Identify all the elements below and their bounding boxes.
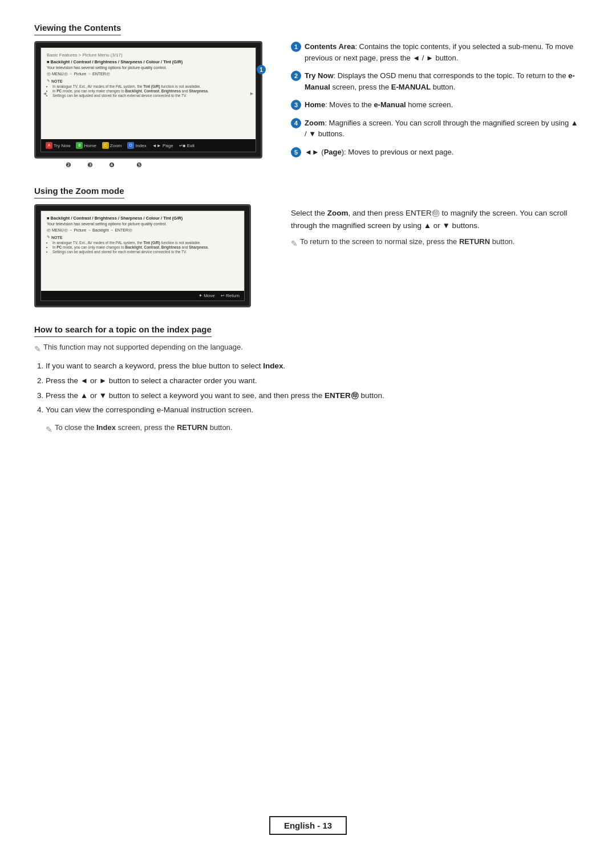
tv-note-item-3: Settings can be adjusted and stored for … xyxy=(52,94,250,98)
callout-num-5: 5 xyxy=(291,147,301,157)
tv-screen-viewing: 1 Basic Features > Picture Menu (3/17) ■… xyxy=(34,41,262,159)
zoom-left-col: ■ Backlight / Contrast / Brightness / Sh… xyxy=(34,204,274,307)
btn-zoom-label: Zoom xyxy=(110,143,121,148)
index-close-text: To close the Index screen, press the RET… xyxy=(55,422,232,434)
tv-menu-path: ㊞ MENU㊞ → Picture → ENTER㊞ xyxy=(47,71,250,77)
index-note-icon: ✎ xyxy=(34,343,41,355)
callout-num-3: 3 xyxy=(291,100,301,110)
index-step-2: Press the ◄ or ► button to select a char… xyxy=(46,375,582,387)
zoom-description: Select the Zoom, and then press ENTER㊞ t… xyxy=(291,207,582,232)
index-step-3: Press the ▲ or ▼ button to select a keyw… xyxy=(46,390,582,402)
callout-1: 1 Contents Area: Contains the topic cont… xyxy=(291,41,582,63)
zoom-section: Using the Zoom mode ■ Backlight / Contra… xyxy=(34,186,582,307)
btn-exit-label: ↵■ Exit xyxy=(179,143,194,148)
callout-badge-1: 1 xyxy=(257,65,266,74)
callout-4: 4 Zoom: Magnifies a screen. You can scro… xyxy=(291,117,582,140)
page-badge: English - 13 xyxy=(269,816,347,835)
btn-home-label: Home xyxy=(84,143,96,148)
viewing-layout: 1 Basic Features > Picture Menu (3/17) ■… xyxy=(34,41,582,169)
label-num-3: ❸ xyxy=(87,161,93,169)
zoom-title: Using the Zoom mode xyxy=(34,186,124,198)
tv-content-area: Basic Features > Picture Menu (3/17) ■ B… xyxy=(41,48,256,139)
zoom-right-col: Select the Zoom, and then press ENTER㊞ t… xyxy=(291,204,582,307)
btn-index: D Index xyxy=(127,142,147,149)
viewing-contents-section: Viewing the Contents 1 Basic Features > … xyxy=(34,23,582,169)
index-section: How to search for a topic on the index p… xyxy=(34,324,582,436)
label-num-2: ❷ xyxy=(66,161,71,169)
tv-wrapper-viewing: 1 Basic Features > Picture Menu (3/17) ■… xyxy=(34,41,262,169)
btn-zoom: C Zoom xyxy=(102,142,121,149)
callout-text-2: Try Now: Displays the OSD menu that corr… xyxy=(305,70,582,92)
tv-note-label-row: ✎ NOTE xyxy=(47,79,250,83)
callout-num-1: 1 xyxy=(291,42,301,52)
zoom-note-1: In analogue TV, Ext., AV modes of the PA… xyxy=(52,241,238,245)
index-steps-list: If you want to search a keyword, press t… xyxy=(34,360,582,416)
callout-text-3: Home: Moves to the e-Manual home screen. xyxy=(305,99,453,111)
btn-index-label: Index xyxy=(135,143,147,148)
viewing-title: Viewing the Contents xyxy=(34,23,121,35)
tv-note-label: NOTE xyxy=(51,79,62,83)
btn-page: ◄► Page xyxy=(152,143,173,148)
btn-red-a: A xyxy=(46,142,52,149)
btn-try-now: A Try Now xyxy=(46,142,70,149)
btn-try-now-label: Try Now xyxy=(54,143,70,148)
index-step-4: You can view the corresponding e-Manual … xyxy=(46,404,582,416)
tv-notes-list: In analogue TV, Ext., AV modes of the PA… xyxy=(47,84,250,98)
label-num-4: ❹ xyxy=(109,161,115,169)
viewing-left-col: 1 Basic Features > Picture Menu (3/17) ■… xyxy=(34,41,274,169)
btn-page-label: ◄► Page xyxy=(152,143,173,148)
callout-num-2: 2 xyxy=(291,71,301,81)
btn-blue-d: D xyxy=(127,142,134,149)
page-footer: English - 13 xyxy=(0,816,616,835)
index-note-intro: This function may not supported dependin… xyxy=(43,342,243,354)
viewing-right-col: 1 Contents Area: Contains the topic cont… xyxy=(291,41,582,169)
callout-2: 2 Try Now: Displays the OSD menu that co… xyxy=(291,70,582,92)
zoom-note-text: ✎ To return to the screen to normal size… xyxy=(291,236,582,250)
index-title: How to search for a topic on the index p… xyxy=(34,324,212,337)
zoom-note-content: To return to the screen to normal size, … xyxy=(300,236,514,248)
zoom-tv-body: Your television has several setting opti… xyxy=(47,222,238,226)
callout-text-4: Zoom: Magnifies a screen. You can scroll… xyxy=(305,117,582,140)
tv-arrow-left: ◄ xyxy=(42,91,47,96)
btn-yellow-c: C xyxy=(102,142,109,149)
btn-home: B Home xyxy=(76,142,96,149)
zoom-note-pencil-icon: ✎ xyxy=(291,237,298,250)
tv-bottom-bar-viewing: A Try Now B Home C Zoom xyxy=(41,139,256,152)
label-num-5: ❺ xyxy=(136,161,142,169)
index-note-intro-row: ✎ This function may not supported depend… xyxy=(34,342,582,355)
zoom-note-icon: ✎ xyxy=(47,235,50,240)
callout-3: 3 Home: Moves to the e-Manual home scree… xyxy=(291,99,582,111)
tv-content-wrapper: 1 Basic Features > Picture Menu (3/17) ■… xyxy=(41,48,256,152)
zoom-tv-menu: ㊞ MENU㊞ → Picture → Backlight → ENTER㊞ xyxy=(47,228,238,233)
tv-note-item-2: In PC mode, you can only make changes to… xyxy=(52,89,250,93)
zoom-notes-list: In analogue TV, Ext., AV modes of the PA… xyxy=(47,241,238,254)
tv-screen-zoom: ■ Backlight / Contrast / Brightness / Sh… xyxy=(34,204,251,307)
btn-exit: ↵■ Exit xyxy=(179,143,194,148)
tv-note-item-1: In analogue TV, Ext., AV modes of the PA… xyxy=(52,84,250,88)
index-close-note-row: ✎ To close the Index screen, press the R… xyxy=(46,422,582,436)
tv-zoom-bottom-bar: ✦ Move ↩ Return xyxy=(41,291,244,301)
tv-screen-inner: 1 Basic Features > Picture Menu (3/17) ■… xyxy=(40,47,256,152)
zoom-layout: ■ Backlight / Contrast / Brightness / Sh… xyxy=(34,204,582,307)
btn-green-b: B xyxy=(76,142,83,149)
index-step-1: If you want to search a keyword, press t… xyxy=(46,360,582,372)
tv-note-icon: ✎ xyxy=(47,79,50,83)
tv-screen-zoom-inner: ■ Backlight / Contrast / Brightness / Sh… xyxy=(40,210,245,301)
zoom-tv-bullet: ■ Backlight / Contrast / Brightness / Sh… xyxy=(47,216,238,221)
tv-bottom-labels: ❷ ❸ ❹ ❺ xyxy=(34,161,262,169)
tv-bullet-title: ■ Backlight / Contrast / Brightness / Sh… xyxy=(47,59,250,64)
zoom-note-label: NOTE xyxy=(51,236,62,240)
zoom-move-label: ✦ Move xyxy=(198,293,215,298)
tv-zoom-content: ■ Backlight / Contrast / Brightness / Sh… xyxy=(41,211,244,291)
zoom-return-label: ↩ Return xyxy=(221,293,240,298)
callout-text-1: Contents Area: Contains the topic conten… xyxy=(305,41,582,63)
tv-arrow-right: ► xyxy=(249,91,254,96)
callout-num-4: 4 xyxy=(291,118,301,128)
callout-text-5: ◄► (Page): Moves to previous or next pag… xyxy=(305,147,453,158)
zoom-note-row: ✎ NOTE xyxy=(47,235,238,240)
index-close-note: ✎ To close the Index screen, press the R… xyxy=(46,422,582,436)
index-close-icon: ✎ xyxy=(46,423,52,436)
callout-5: 5 ◄► (Page): Moves to previous or next p… xyxy=(291,147,582,158)
zoom-note-3: Settings can be adjusted and stored for … xyxy=(52,250,238,254)
zoom-note-2: In PC mode, you can only make changes to… xyxy=(52,245,238,249)
